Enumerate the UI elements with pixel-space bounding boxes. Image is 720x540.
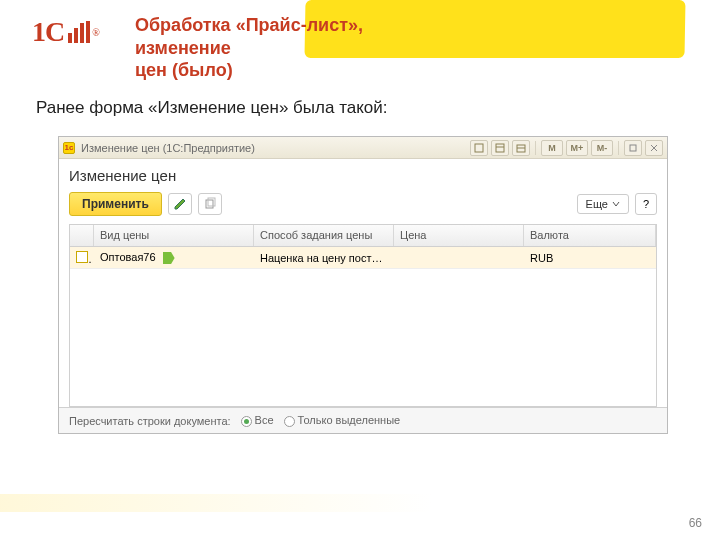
price-grid: Вид цены Способ задания цены Цена Валюта… <box>69 224 657 407</box>
app-window: 1с Изменение цен (1С:Предприятие) M M+ M… <box>58 136 668 434</box>
copy-icon-button[interactable] <box>198 193 222 215</box>
footer-label: Пересчитать строки документа: <box>69 415 231 427</box>
titlebar-calendar-icon[interactable] <box>512 140 530 156</box>
titlebar-new-icon[interactable] <box>470 140 488 156</box>
radio-selected[interactable]: Только выделенные <box>284 414 401 427</box>
pencil-icon <box>173 197 187 211</box>
window-titlebar: 1с Изменение цен (1С:Предприятие) M M+ M… <box>59 137 667 159</box>
chevron-down-icon <box>612 200 620 208</box>
decorative-band <box>0 494 720 512</box>
edit-icon-button[interactable] <box>168 193 192 215</box>
titlebar-close-icon[interactable] <box>645 140 663 156</box>
footer-bar: Пересчитать строки документа: Все Только… <box>59 407 667 433</box>
logo-1c: 1C ® <box>32 16 100 48</box>
grid-header: Вид цены Способ задания цены Цена Валюта <box>70 225 656 247</box>
cell-price-type: Оптовая76 <box>100 251 156 263</box>
radio-icon <box>241 416 252 427</box>
copy-icon <box>203 197 217 211</box>
col-price[interactable]: Цена <box>394 225 524 246</box>
titlebar-calc-icon[interactable] <box>491 140 509 156</box>
window-title: Изменение цен (1С:Предприятие) <box>81 142 255 154</box>
price-tag-icon <box>163 252 175 264</box>
logo-bars-icon <box>68 21 90 43</box>
svg-rect-5 <box>630 145 636 151</box>
row-checkbox[interactable] <box>76 251 88 263</box>
svg-rect-1 <box>496 144 504 152</box>
help-button[interactable]: ? <box>635 193 657 215</box>
titlebar-mplus-button[interactable]: M+ <box>566 140 588 156</box>
slide-title: Обработка «Прайс-лист», изменение цен (б… <box>135 14 455 82</box>
apply-button[interactable]: Применить <box>69 192 162 216</box>
titlebar-m-button[interactable]: M <box>541 140 563 156</box>
titlebar-restore-icon[interactable] <box>624 140 642 156</box>
col-price-type[interactable]: Вид цены <box>94 225 254 246</box>
col-method[interactable]: Способ задания цены <box>254 225 394 246</box>
cell-currency: RUB <box>524 252 656 264</box>
toolbar: Применить Еще ? <box>69 192 657 216</box>
page-number: 66 <box>689 516 702 530</box>
svg-rect-0 <box>475 144 483 152</box>
radio-icon <box>284 416 295 427</box>
form-title: Изменение цен <box>69 167 657 184</box>
svg-rect-8 <box>206 200 213 208</box>
app-icon: 1с <box>63 142 75 154</box>
cell-method: Наценка на цену пост… <box>254 252 394 264</box>
more-button[interactable]: Еще <box>577 194 629 214</box>
radio-all[interactable]: Все <box>241 414 274 427</box>
table-row[interactable]: Оптовая76 Наценка на цену пост… RUB <box>70 247 656 269</box>
slide-lead-text: Ранее форма «Изменение цен» была такой: <box>36 98 388 118</box>
col-currency[interactable]: Валюта <box>524 225 656 246</box>
col-checkbox <box>70 225 94 246</box>
svg-rect-9 <box>208 198 215 206</box>
titlebar-mminus-button[interactable]: M- <box>591 140 613 156</box>
